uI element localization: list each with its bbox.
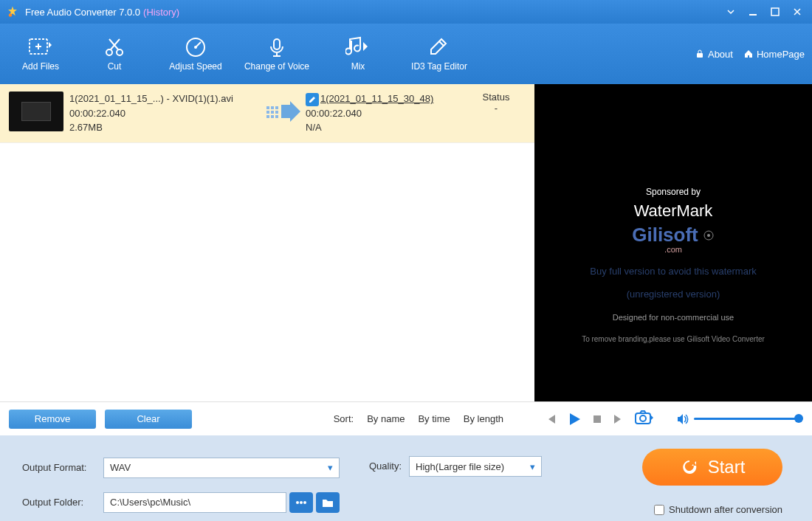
svg-rect-9 [697,53,703,58]
format-select[interactable]: WAV ▾ [103,458,340,478]
svg-rect-16 [275,106,278,109]
adjust-speed-label: Adjust Speed [169,61,221,72]
edit-icon[interactable] [306,93,319,106]
prev-button[interactable] [545,413,557,425]
home-icon [743,49,754,59]
sort-by-time[interactable]: By time [418,413,450,424]
volume-slider[interactable] [676,413,802,425]
next-button[interactable] [613,413,625,425]
id3-editor-button[interactable]: ID3 Tag Editor [399,24,480,84]
refresh-icon [680,458,699,477]
clear-button[interactable]: Clear [105,410,192,429]
app-title: Free Audio Converter 7.0.0 [25,7,140,18]
title-bar: Free Audio Converter 7.0.0 (History) [0,0,812,24]
cut-button[interactable]: Cut [74,24,155,84]
history-link[interactable]: (History) [143,7,179,18]
change-voice-label: Change of Voice [244,61,309,72]
add-files-button[interactable]: Add Files [7,24,74,84]
player-controls [534,401,812,435]
sort-by-name[interactable]: By name [367,413,405,424]
more-folder-button[interactable] [289,492,313,513]
browse-folder-button[interactable] [316,492,340,513]
svg-rect-10 [266,106,269,109]
mix-button[interactable]: Mix [317,24,399,84]
svg-point-7 [194,46,197,49]
source-filename: 1(2021_01_11_15_...) - XVID(1)(1).avi [69,92,261,106]
chevron-down-icon: ▾ [328,462,333,473]
svg-point-24 [296,501,299,504]
about-link[interactable]: About [695,49,733,60]
app-logo-icon [6,5,19,18]
minimize-button[interactable] [744,3,762,21]
status-column: Status - [467,92,526,114]
designed-text: Designed for non-commercial use [613,313,734,322]
svg-point-20 [707,234,710,237]
status-header: Status [467,92,526,103]
brand-logo: Gilisoft [632,224,715,246]
arrow-icon [261,92,306,131]
svg-rect-1 [749,14,757,15]
file-row[interactable]: 1(2021_01_11_15_...) - XVID(1)(1).avi 00… [0,84,534,143]
svg-point-4 [106,49,112,55]
cut-label: Cut [108,61,122,72]
adjust-speed-button[interactable]: Adjust Speed [155,24,236,84]
source-duration: 00:00:22.040 [69,106,261,121]
start-button[interactable]: Start [642,449,782,486]
status-value: - [467,103,526,114]
remove-button[interactable]: Remove [9,410,96,429]
folder-input[interactable]: C:\Users\pc\Music\ [103,492,286,513]
folder-label: Output Folder: [22,497,103,508]
file-thumbnail [9,92,63,131]
close-button[interactable] [788,3,806,21]
homepage-link[interactable]: HomePage [743,49,805,60]
snapshot-button[interactable] [635,410,654,429]
lock-icon [695,49,705,59]
dest-size: N/A [306,120,467,135]
svg-point-0 [9,13,13,17]
change-voice-button[interactable]: Change of Voice [236,24,317,84]
unreg-message: (unregistered version) [627,289,720,300]
dest-info: 1(2021_01_11_15_30_48) 00:00:22.040 N/A [306,92,467,135]
id3-label: ID3 Tag Editor [411,61,467,72]
mix-label: Mix [351,61,365,72]
svg-rect-18 [275,115,278,118]
svg-point-23 [640,415,646,421]
sort-label: Sort: [334,413,354,424]
main-area: 1(2021_01_11_15_...) - XVID(1)(1).avi 00… [0,84,812,401]
dest-duration: 00:00:22.040 [306,106,467,121]
collapse-button[interactable] [722,3,740,21]
svg-rect-2 [771,8,779,15]
brand-suffix: .com [664,245,682,254]
svg-point-25 [300,501,303,504]
play-button[interactable] [567,412,582,427]
shutdown-checkbox[interactable]: Shutdown after conversion [654,504,782,515]
svg-rect-21 [593,415,601,423]
shutdown-checkbox-input[interactable] [654,505,664,515]
chevron-down-icon: ▾ [530,461,535,472]
volume-icon [676,413,689,425]
svg-rect-12 [266,115,269,118]
dest-filename: 1(2021_01_11_15_30_48) [320,93,433,104]
format-label: Output Format: [22,462,103,473]
buy-message: Buy full version to avoid this watermark [590,266,756,277]
svg-rect-17 [275,111,278,114]
preview-panel: Sponsored by WaterMark Gilisoft .com Buy… [534,84,812,401]
source-info: 1(2021_01_11_15_...) - XVID(1)(1).avi 00… [69,92,261,135]
settings-panel: Output Format: WAV ▾ Output Folder: C:\U… [0,435,812,521]
svg-point-5 [117,49,123,55]
stop-button[interactable] [592,414,602,424]
sponsored-text: Sponsored by [646,187,701,197]
svg-rect-15 [271,115,274,118]
gear-icon [703,230,715,241]
quality-select[interactable]: High(Larger file size) ▾ [409,456,542,477]
svg-rect-11 [266,111,269,114]
file-list[interactable]: 1(2021_01_11_15_...) - XVID(1)(1).avi 00… [0,84,534,401]
svg-point-26 [303,501,306,504]
main-toolbar: Add Files Cut Adjust Speed Change of Voi… [0,24,812,84]
watermark-text: WaterMark [634,201,713,221]
sort-by-length[interactable]: By length [464,413,503,424]
quality-label: Quality: [369,460,402,472]
svg-rect-13 [271,106,274,109]
maximize-button[interactable] [766,3,784,21]
list-actions-bar: Remove Clear Sort: By name By time By le… [0,401,534,435]
